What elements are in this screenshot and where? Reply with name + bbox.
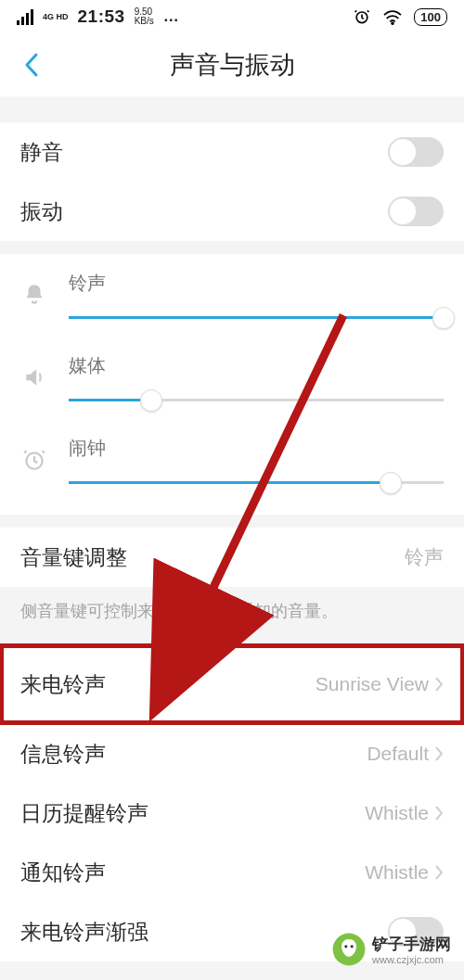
message-ringtone-label: 信息铃声 [20,740,106,769]
back-button[interactable] [17,50,46,80]
ringtone-slider[interactable] [69,303,444,331]
media-slider[interactable] [69,386,444,414]
calendar-ringtone-value: Whistle [365,802,429,824]
notification-ringtone-value: Whistle [365,861,429,884]
toggle-group: 静音 振动 [0,122,464,241]
volume-key-value: 铃声 [405,544,444,570]
mute-row[interactable]: 静音 [0,122,464,182]
chevron-left-icon [23,52,40,78]
alarm-icon [353,7,371,26]
ringtone-slider-label: 铃声 [69,271,444,296]
calendar-ringtone-label: 日历提醒铃声 [20,799,148,828]
crescendo-toggle[interactable] [388,917,444,947]
calendar-ringtone-row[interactable]: 日历提醒铃声 Whistle [0,783,464,843]
bell-icon [20,276,48,313]
message-ringtone-row[interactable]: 信息铃声 Default [0,724,464,783]
volume-key-row[interactable]: 音量键调整 铃声 [0,528,464,587]
svg-point-1 [392,22,393,24]
incoming-ringtone-row[interactable]: 来电铃声 Sunrise View [0,644,464,724]
clock-icon [20,441,48,478]
media-slider-row: 媒体 [0,337,464,419]
mute-toggle[interactable] [388,137,444,167]
incoming-ringtone-value: Sunrise View [316,673,429,695]
status-bar: 4G HD 21:53 9.50KB/s … 100 [0,0,464,33]
vibrate-label: 振动 [20,197,63,226]
mute-label: 静音 [20,138,63,167]
data-rate: 9.50KB/s [135,7,154,26]
volume-sliders: 铃声 媒体 闹钟 [0,254,464,515]
ringtone-list: 来电铃声 Sunrise View 信息铃声 Default 日历提醒铃声 Wh… [0,644,464,961]
signal-icon [17,8,33,25]
vibrate-toggle[interactable] [388,197,444,226]
chevron-right-icon [434,676,444,693]
wifi-icon [382,8,403,25]
alarm-slider-label: 闹钟 [69,436,444,461]
media-slider-label: 媒体 [69,353,444,378]
ringtone-slider-row: 铃声 [0,254,464,337]
notification-ringtone-label: 通知铃声 [20,859,106,887]
crescendo-label: 来电铃声渐强 [20,918,148,947]
more-icon: … [163,7,181,26]
incoming-ringtone-label: 来电铃声 [20,670,106,699]
title-bar: 声音与振动 [0,33,464,96]
vibrate-row[interactable]: 振动 [0,182,464,241]
alarm-slider-row: 闹钟 [0,419,464,515]
chevron-right-icon [434,805,444,821]
speaker-icon [20,359,48,396]
notification-ringtone-row[interactable]: 通知铃声 Whistle [0,843,464,902]
clock: 21:53 [78,6,125,27]
battery-indicator: 100 [414,8,447,26]
crescendo-row[interactable]: 来电铃声渐强 [0,902,464,961]
alarm-slider[interactable] [69,468,444,496]
volume-key-label: 音量键调整 [20,543,127,572]
message-ringtone-value: Default [367,743,429,765]
page-title: 声音与振动 [170,48,295,82]
volume-key-note: 侧音量键可控制来电、信息和通知的音量。 [0,587,464,644]
chevron-right-icon [434,864,444,881]
chevron-right-icon [434,745,444,762]
network-badge: 4G HD [43,13,69,21]
